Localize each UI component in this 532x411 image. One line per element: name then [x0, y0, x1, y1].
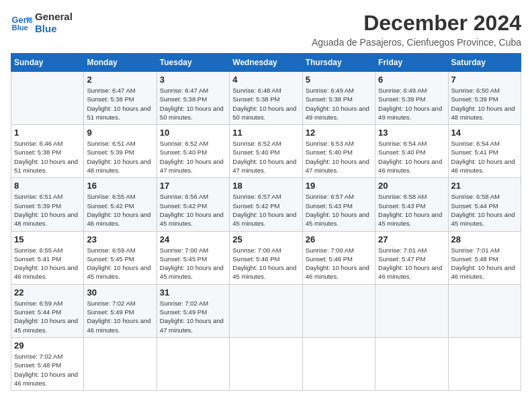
day-info: Sunrise: 6:49 AM Sunset: 5:38 PM Dayligh… [306, 86, 372, 122]
day-number: 25 [232, 234, 299, 244]
table-row [448, 337, 521, 390]
day-info: Sunrise: 6:55 AM Sunset: 5:42 PM Dayligh… [87, 192, 153, 228]
table-row [84, 337, 157, 390]
calendar-week-1: 2 Sunrise: 6:47 AM Sunset: 5:38 PM Dayli… [11, 72, 521, 125]
main-title: December 2024 [312, 11, 521, 36]
day-number: 21 [451, 181, 518, 191]
table-row: 13 Sunrise: 6:54 AM Sunset: 5:40 PM Dayl… [375, 125, 448, 178]
col-thursday: Thursday [302, 54, 375, 72]
day-number: 27 [378, 234, 445, 244]
day-info: Sunrise: 6:59 AM Sunset: 5:44 PM Dayligh… [14, 299, 81, 334]
svg-text:Blue: Blue [12, 24, 28, 32]
day-number: 8 [14, 181, 81, 191]
table-row: 3 Sunrise: 6:47 AM Sunset: 5:38 PM Dayli… [157, 72, 229, 125]
day-info: Sunrise: 6:52 AM Sunset: 5:40 PM Dayligh… [232, 139, 299, 175]
day-number: 14 [451, 128, 518, 138]
day-info: Sunrise: 6:55 AM Sunset: 5:41 PM Dayligh… [14, 246, 81, 281]
day-number: 17 [160, 181, 226, 191]
day-info: Sunrise: 7:02 AM Sunset: 5:49 PM Dayligh… [87, 299, 153, 334]
day-info: Sunrise: 6:58 AM Sunset: 5:44 PM Dayligh… [451, 192, 518, 228]
day-info: Sunrise: 6:51 AM Sunset: 5:39 PM Dayligh… [14, 192, 81, 228]
table-row: 12 Sunrise: 6:53 AM Sunset: 5:40 PM Dayl… [302, 125, 375, 178]
day-info: Sunrise: 6:52 AM Sunset: 5:40 PM Dayligh… [160, 139, 226, 175]
col-sunday: Sunday [11, 54, 84, 72]
table-row: 15 Sunrise: 6:55 AM Sunset: 5:41 PM Dayl… [11, 231, 84, 284]
day-number: 18 [232, 181, 299, 191]
day-info: Sunrise: 7:00 AM Sunset: 5:45 PM Dayligh… [160, 246, 226, 281]
subtitle: Aguada de Pasajeros, Cienfuegos Province… [312, 37, 521, 48]
day-info: Sunrise: 7:00 AM Sunset: 5:46 PM Dayligh… [306, 246, 372, 281]
table-row: 24 Sunrise: 7:00 AM Sunset: 5:45 PM Dayl… [157, 231, 229, 284]
table-row: 28 Sunrise: 7:01 AM Sunset: 5:48 PM Dayl… [448, 231, 521, 284]
table-row: 2 Sunrise: 6:47 AM Sunset: 5:38 PM Dayli… [84, 72, 157, 125]
table-row: 5 Sunrise: 6:49 AM Sunset: 5:38 PM Dayli… [302, 72, 375, 125]
table-row: 25 Sunrise: 7:00 AM Sunset: 5:46 PM Dayl… [230, 231, 302, 284]
table-row: 29 Sunrise: 7:02 AM Sunset: 5:48 PM Dayl… [11, 337, 84, 390]
day-info: Sunrise: 6:58 AM Sunset: 5:43 PM Dayligh… [378, 192, 445, 228]
day-number: 15 [14, 234, 81, 244]
table-row [302, 284, 375, 337]
logo-line2: Blue [35, 23, 73, 35]
day-info: Sunrise: 6:49 AM Sunset: 5:39 PM Dayligh… [378, 86, 445, 122]
table-row [302, 337, 375, 390]
day-info: Sunrise: 6:59 AM Sunset: 5:45 PM Dayligh… [87, 246, 153, 281]
day-info: Sunrise: 6:54 AM Sunset: 5:40 PM Dayligh… [378, 139, 445, 175]
day-number: 16 [87, 181, 153, 191]
day-number: 2 [87, 75, 153, 85]
table-row: 8 Sunrise: 6:51 AM Sunset: 5:39 PM Dayli… [11, 178, 84, 231]
day-number: 4 [232, 75, 299, 85]
calendar-week-5: 22 Sunrise: 6:59 AM Sunset: 5:44 PM Dayl… [11, 284, 521, 337]
day-info: Sunrise: 7:01 AM Sunset: 5:47 PM Dayligh… [378, 246, 445, 281]
table-row [448, 284, 521, 337]
table-row [375, 284, 448, 337]
table-row: 23 Sunrise: 6:59 AM Sunset: 5:45 PM Dayl… [84, 231, 157, 284]
table-row: 17 Sunrise: 6:56 AM Sunset: 5:42 PM Dayl… [157, 178, 229, 231]
day-info: Sunrise: 6:54 AM Sunset: 5:41 PM Dayligh… [451, 139, 518, 175]
table-row [230, 337, 302, 390]
day-number: 26 [306, 234, 372, 244]
day-number: 5 [306, 75, 372, 85]
calendar-week-2: 1 Sunrise: 6:46 AM Sunset: 5:38 PM Dayli… [11, 125, 521, 178]
day-info: Sunrise: 6:56 AM Sunset: 5:42 PM Dayligh… [160, 192, 226, 228]
day-number: 6 [378, 75, 445, 85]
day-number: 23 [87, 234, 153, 244]
table-row: 31 Sunrise: 7:02 AM Sunset: 5:49 PM Dayl… [157, 284, 229, 337]
col-tuesday: Tuesday [157, 54, 229, 72]
day-info: Sunrise: 6:57 AM Sunset: 5:43 PM Dayligh… [306, 192, 372, 228]
day-number: 22 [14, 287, 81, 298]
day-info: Sunrise: 7:00 AM Sunset: 5:46 PM Dayligh… [232, 246, 299, 281]
table-row [157, 337, 229, 390]
col-friday: Friday [375, 54, 448, 72]
table-row [230, 284, 302, 337]
table-row: 30 Sunrise: 7:02 AM Sunset: 5:49 PM Dayl… [84, 284, 157, 337]
calendar: Sunday Monday Tuesday Wednesday Thursday… [11, 53, 521, 391]
day-number: 3 [160, 75, 226, 85]
day-number: 28 [451, 234, 518, 244]
day-number: 24 [160, 234, 226, 244]
day-number: 19 [306, 181, 372, 191]
day-number: 29 [14, 340, 81, 351]
table-row: 6 Sunrise: 6:49 AM Sunset: 5:39 PM Dayli… [375, 72, 448, 125]
table-row [11, 72, 84, 125]
table-row: 16 Sunrise: 6:55 AM Sunset: 5:42 PM Dayl… [84, 178, 157, 231]
table-row [375, 337, 448, 390]
table-row: 9 Sunrise: 6:51 AM Sunset: 5:39 PM Dayli… [84, 125, 157, 178]
logo-icon: General Blue [11, 12, 32, 34]
table-row: 26 Sunrise: 7:00 AM Sunset: 5:46 PM Dayl… [302, 231, 375, 284]
day-info: Sunrise: 6:53 AM Sunset: 5:40 PM Dayligh… [306, 139, 372, 175]
day-info: Sunrise: 6:57 AM Sunset: 5:42 PM Dayligh… [232, 192, 299, 228]
day-info: Sunrise: 7:02 AM Sunset: 5:49 PM Dayligh… [160, 299, 226, 334]
day-info: Sunrise: 6:47 AM Sunset: 5:38 PM Dayligh… [87, 86, 153, 122]
table-row: 21 Sunrise: 6:58 AM Sunset: 5:44 PM Dayl… [448, 178, 521, 231]
day-number: 12 [306, 128, 372, 138]
day-info: Sunrise: 6:48 AM Sunset: 5:38 PM Dayligh… [232, 86, 299, 122]
day-info: Sunrise: 7:02 AM Sunset: 5:48 PM Dayligh… [14, 352, 81, 387]
table-row: 4 Sunrise: 6:48 AM Sunset: 5:38 PM Dayli… [230, 72, 302, 125]
table-row: 19 Sunrise: 6:57 AM Sunset: 5:43 PM Dayl… [302, 178, 375, 231]
header: General Blue General Blue December 2024 … [11, 11, 521, 48]
table-row: 22 Sunrise: 6:59 AM Sunset: 5:44 PM Dayl… [11, 284, 84, 337]
day-number: 31 [160, 287, 226, 298]
calendar-header-row: Sunday Monday Tuesday Wednesday Thursday… [11, 54, 521, 72]
day-number: 20 [378, 181, 445, 191]
day-info: Sunrise: 6:51 AM Sunset: 5:39 PM Dayligh… [87, 139, 153, 175]
